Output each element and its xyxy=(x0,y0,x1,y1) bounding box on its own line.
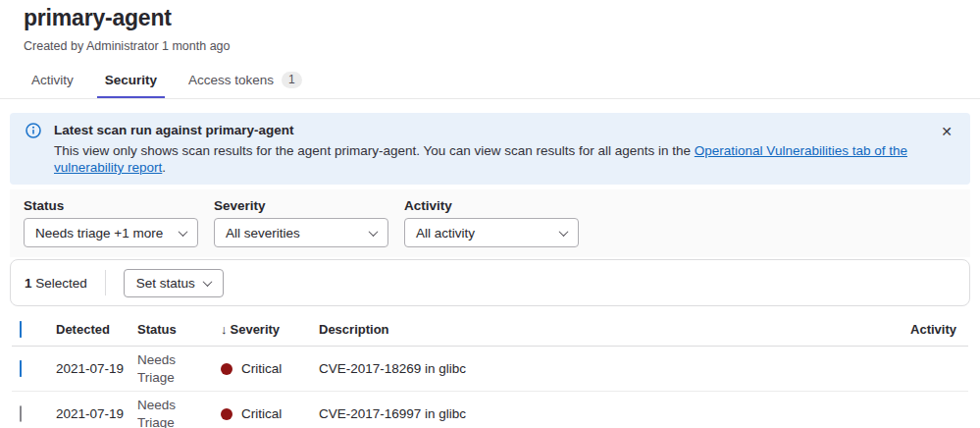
table-row: 2021-07-19 Needs Triage Critical CVE-201… xyxy=(12,347,968,392)
set-status-label: Set status xyxy=(136,276,195,291)
severity-filter-value: All severities xyxy=(226,226,300,241)
created-by-text: Created by Administrator 1 month ago xyxy=(24,39,956,53)
select-all-checkbox[interactable] xyxy=(20,321,22,338)
severity-cell: Critical xyxy=(221,406,319,421)
tab-security-label: Security xyxy=(105,73,157,87)
close-icon[interactable]: ✕ xyxy=(937,121,956,142)
table-header-row: Detected Status ↓Severity Description Ac… xyxy=(12,311,968,347)
severity-cell: Critical xyxy=(221,361,319,376)
table-row: 2021-07-19 Needs Triage Critical CVE-201… xyxy=(12,392,968,428)
description-cell[interactable]: CVE-2017-18269 in glibc xyxy=(319,361,858,376)
bulk-selection-bar: 1 Selected Set status xyxy=(10,259,970,306)
tab-activity-label: Activity xyxy=(31,73,74,87)
row-checkbox[interactable] xyxy=(20,360,22,377)
banner-body: This view only shows scan results for th… xyxy=(54,142,931,176)
selected-count-text: 1 Selected xyxy=(25,276,87,291)
chevron-down-icon xyxy=(559,227,569,237)
status-cell: Needs Triage xyxy=(137,351,194,386)
tab-activity[interactable]: Activity xyxy=(24,63,81,98)
severity-label: Critical xyxy=(241,361,282,376)
info-icon xyxy=(26,122,41,176)
status-cell: Needs Triage xyxy=(137,397,194,428)
page-title: primary-agent xyxy=(24,5,956,31)
divider xyxy=(105,270,106,295)
status-filter-label: Status xyxy=(24,198,198,214)
selected-label: Selected xyxy=(35,276,87,291)
severity-filter-group: Severity All severities xyxy=(214,198,388,247)
activity-filter-group: Activity All activity xyxy=(404,198,579,247)
column-header-activity[interactable]: Activity xyxy=(858,322,956,337)
status-filter-value: Needs triage +1 more xyxy=(35,226,163,241)
info-banner: Latest scan run against primary-agent Th… xyxy=(10,113,970,185)
row-checkbox[interactable] xyxy=(20,405,22,422)
tab-security[interactable]: Security xyxy=(97,63,165,98)
set-status-button[interactable]: Set status xyxy=(124,269,224,297)
banner-body-prefix: This view only shows scan results for th… xyxy=(54,143,695,158)
chevron-down-icon xyxy=(369,227,379,237)
filter-bar: Status Needs triage +1 more Severity All… xyxy=(10,189,970,257)
banner-title: Latest scan run against primary-agent xyxy=(54,122,931,138)
description-cell[interactable]: CVE-2017-16997 in glibc xyxy=(319,406,858,421)
activity-filter-value: All activity xyxy=(416,226,475,241)
severity-critical-icon xyxy=(221,363,232,375)
severity-filter-dropdown[interactable]: All severities xyxy=(214,218,388,247)
status-filter-group: Status Needs triage +1 more xyxy=(24,198,198,247)
tab-access-tokens[interactable]: Access tokens 1 xyxy=(181,63,310,98)
page-header: primary-agent Created by Administrator 1… xyxy=(0,0,980,53)
access-tokens-count-badge: 1 xyxy=(282,72,302,88)
selected-count: 1 xyxy=(25,276,32,291)
tab-access-tokens-label: Access tokens xyxy=(188,73,274,87)
chevron-down-icon xyxy=(202,277,212,287)
banner-body-suffix: . xyxy=(162,160,166,175)
sort-descending-icon: ↓ xyxy=(221,322,228,337)
column-header-severity[interactable]: ↓Severity xyxy=(221,322,319,337)
tab-bar: Activity Security Access tokens 1 xyxy=(0,63,980,99)
status-filter-dropdown[interactable]: Needs triage +1 more xyxy=(24,218,198,247)
activity-filter-label: Activity xyxy=(404,198,579,214)
column-header-detected[interactable]: Detected xyxy=(56,322,137,337)
detected-cell: 2021-07-19 xyxy=(56,406,137,421)
chevron-down-icon xyxy=(179,227,188,237)
banner-content: Latest scan run against primary-agent Th… xyxy=(54,122,931,176)
severity-critical-icon xyxy=(221,408,232,420)
activity-filter-dropdown[interactable]: All activity xyxy=(404,218,579,247)
severity-filter-label: Severity xyxy=(214,198,388,214)
column-header-status[interactable]: Status xyxy=(137,322,221,337)
vulnerabilities-table: Detected Status ↓Severity Description Ac… xyxy=(12,311,968,428)
column-header-description[interactable]: Description xyxy=(319,322,858,337)
detected-cell: 2021-07-19 xyxy=(56,361,137,376)
severity-label: Critical xyxy=(241,406,282,421)
